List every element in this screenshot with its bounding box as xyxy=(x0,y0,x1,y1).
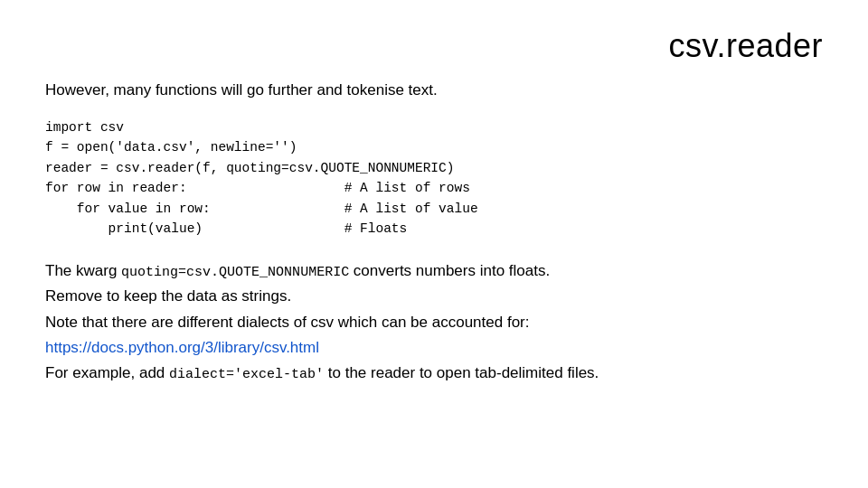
code-line-1: import csv xyxy=(45,120,124,135)
desc-line4-code: dialect='excel-tab' xyxy=(169,367,324,382)
code-line-5: for value in row: # A list of value xyxy=(45,202,478,216)
code-block: import csv f = open('data.csv', newline=… xyxy=(45,117,823,239)
desc-line1-before: The kwarg xyxy=(45,262,121,279)
description-block: The kwarg quoting=csv.QUOTE_NONNUMERIC c… xyxy=(45,259,823,386)
desc-line-1: The kwarg quoting=csv.QUOTE_NONNUMERIC c… xyxy=(45,259,823,283)
desc-line-4: For example, add dialect='excel-tab' to … xyxy=(45,361,823,385)
code-line-3: reader = csv.reader(f, quoting=csv.QUOTE… xyxy=(45,161,454,175)
desc-line1-code: quoting=csv.QUOTE_NONNUMERIC xyxy=(121,265,349,280)
slide-container: csv.reader However, many functions will … xyxy=(0,0,868,488)
desc-line4-before: For example, add xyxy=(45,364,169,381)
desc-line1-after: converts numbers into floats. xyxy=(349,262,550,279)
code-line-4: for row in reader: # A list of rows xyxy=(45,181,470,195)
subtitle-text: However, many functions will go further … xyxy=(45,81,823,99)
desc-line-3: Note that there are different dialects o… xyxy=(45,311,823,334)
code-line-6: print(value) # Floats xyxy=(45,221,407,236)
code-line-2: f = open('data.csv', newline='') xyxy=(45,140,297,155)
desc-link-line: https://docs.python.org/3/library/csv.ht… xyxy=(45,336,823,360)
csv-docs-link[interactable]: https://docs.python.org/3/library/csv.ht… xyxy=(45,339,319,356)
desc-line4-after: to the reader to open tab-delimited file… xyxy=(324,364,599,381)
slide-title: csv.reader xyxy=(45,27,823,65)
desc-line-2: Remove to keep the data as strings. xyxy=(45,285,823,308)
